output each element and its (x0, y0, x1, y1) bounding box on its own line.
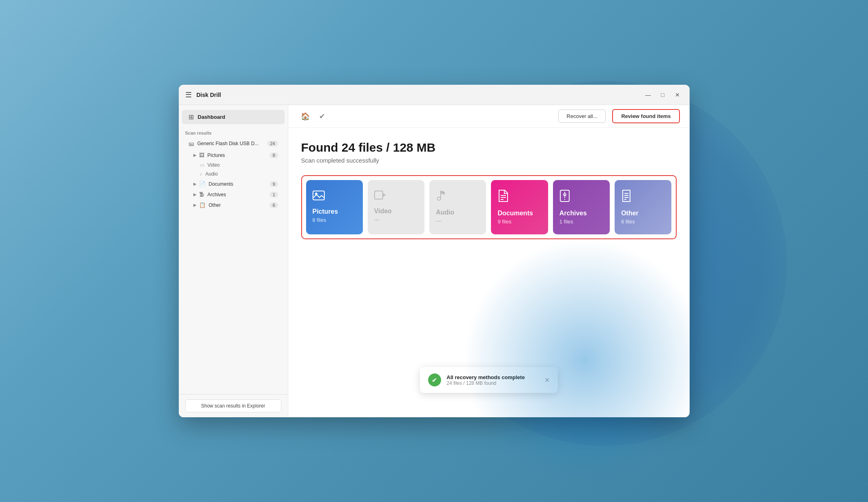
sidebar-nav: ⊞ Dashboard Scan results 🖴 Generic Flash… (179, 105, 288, 394)
content-area: 🏠 ✔ Recover all... Review found items Fo… (288, 105, 690, 417)
check-icon: ✔ (319, 112, 325, 121)
other-icon: 📋 (199, 202, 206, 208)
pictures-card-name: Pictures (313, 208, 338, 215)
home-button[interactable]: 🏠 (298, 109, 313, 124)
card-audio[interactable]: Audio — (429, 180, 486, 234)
documents-badge: 9 (270, 181, 278, 187)
card-documents[interactable]: Documents 9 files (491, 180, 548, 234)
menu-button[interactable]: ☰ (185, 90, 192, 99)
toast-close-button[interactable]: ✕ (544, 376, 550, 384)
chevron-right-icon: ▶ (193, 203, 197, 207)
app-title: Disk Drill (197, 92, 221, 98)
sidebar-item-pictures[interactable]: ▶ 🖼 Pictures 8 (182, 150, 285, 160)
pictures-card-count: 8 files (313, 217, 326, 223)
found-title: Found 24 files / 128 MB (301, 141, 677, 154)
svg-marker-3 (383, 193, 386, 197)
topbar: 🏠 ✔ Recover all... Review found items (288, 105, 690, 128)
toast-notification: ✔ All recovery methods complete 24 files… (420, 367, 558, 393)
chevron-right-icon: ▶ (193, 192, 197, 197)
scan-results-label: Scan results (179, 126, 288, 137)
other-badge: 6 (270, 202, 278, 208)
video-icon: ▭ (200, 162, 204, 168)
drive-label: Generic Flash Disk USB D... (197, 141, 268, 146)
toast-main-text: All recovery methods complete (447, 374, 525, 380)
documents-label: Documents (209, 181, 270, 187)
toast-check-icon: ✔ (428, 373, 441, 386)
drive-badge: 24 (267, 141, 278, 146)
archives-icon: 🗜 (199, 191, 204, 197)
close-button[interactable]: ✕ (672, 89, 683, 101)
video-label: Video (208, 162, 220, 168)
audio-label: Audio (206, 171, 218, 177)
audio-card-icon (436, 190, 446, 204)
sidebar-item-documents[interactable]: ▶ 📄 Documents 9 (182, 179, 285, 189)
window-controls: — □ ✕ (643, 89, 683, 101)
minimize-button[interactable]: — (643, 89, 654, 101)
toast-sub-text: 24 files / 128 MB found (447, 380, 525, 386)
sidebar-item-drive[interactable]: 🖴 Generic Flash Disk USB D... 24 (182, 138, 285, 149)
card-pictures[interactable]: Pictures 8 files (306, 180, 363, 234)
sidebar-footer: Show scan results in Explorer (179, 394, 288, 417)
other-card-count: 6 files (621, 219, 635, 225)
pictures-badge: 8 (270, 152, 278, 158)
content-body: Found 24 files / 128 MB Scan completed s… (288, 128, 690, 417)
archives-badge: 1 (270, 192, 278, 197)
svg-rect-0 (313, 191, 324, 200)
documents-card-icon (497, 190, 508, 205)
video-card-icon (374, 190, 386, 203)
dashboard-icon: ⊞ (189, 113, 194, 121)
recover-all-button[interactable]: Recover all... (558, 109, 606, 123)
audio-card-name: Audio (436, 209, 454, 216)
archives-label: Archives (208, 192, 270, 197)
archives-card-icon (559, 190, 570, 205)
other-card-icon (621, 190, 632, 205)
audio-icon: ♪ (200, 171, 202, 177)
card-other[interactable]: Other 6 files (615, 180, 671, 234)
other-card-name: Other (621, 210, 639, 217)
video-card-count: — (374, 217, 379, 223)
sidebar-item-audio[interactable]: ♪ Audio (179, 169, 288, 178)
video-card-name: Video (374, 208, 392, 215)
file-cards-container: Pictures 8 files Video (306, 180, 672, 234)
sidebar: ⊞ Dashboard Scan results 🖴 Generic Flash… (179, 105, 288, 417)
sidebar-item-video[interactable]: ▭ Video (179, 161, 288, 169)
drive-icon: 🖴 (189, 140, 194, 147)
svg-rect-2 (375, 191, 383, 199)
card-archives[interactable]: Archives 1 files (553, 180, 610, 234)
sidebar-item-other[interactable]: ▶ 📋 Other 6 (182, 200, 285, 210)
app-window: ☰ Disk Drill — □ ✕ ⊞ Dashboard Scan resu… (179, 85, 690, 417)
pictures-label: Pictures (208, 152, 270, 158)
dashboard-label: Dashboard (198, 114, 225, 120)
audio-card-count: — (436, 218, 441, 224)
archives-card-count: 1 files (559, 219, 573, 225)
svg-point-4 (437, 197, 441, 200)
other-label: Other (209, 202, 270, 208)
found-subtitle: Scan completed successfully (301, 157, 677, 164)
documents-icon: 📄 (199, 181, 206, 187)
maximize-button[interactable]: □ (657, 89, 669, 101)
chevron-right-icon: ▶ (193, 153, 197, 157)
sidebar-item-dashboard[interactable]: ⊞ Dashboard (182, 110, 285, 124)
sidebar-item-archives[interactable]: ▶ 🗜 Archives 1 (182, 189, 285, 200)
card-video[interactable]: Video — (368, 180, 424, 234)
main-layout: ⊞ Dashboard Scan results 🖴 Generic Flash… (179, 105, 690, 417)
titlebar: ☰ Disk Drill — □ ✕ (179, 85, 690, 105)
chevron-right-icon: ▶ (193, 182, 197, 186)
show-explorer-button[interactable]: Show scan results in Explorer (185, 399, 281, 412)
file-cards-wrapper: Pictures 8 files Video (301, 175, 677, 239)
pictures-icon: 🖼 (199, 152, 204, 158)
toast-text: All recovery methods complete 24 files /… (447, 374, 525, 386)
documents-card-count: 9 files (497, 219, 511, 225)
pictures-card-icon (313, 190, 325, 203)
review-found-button[interactable]: Review found items (612, 109, 679, 123)
archives-card-name: Archives (559, 210, 587, 217)
documents-card-name: Documents (497, 210, 533, 217)
